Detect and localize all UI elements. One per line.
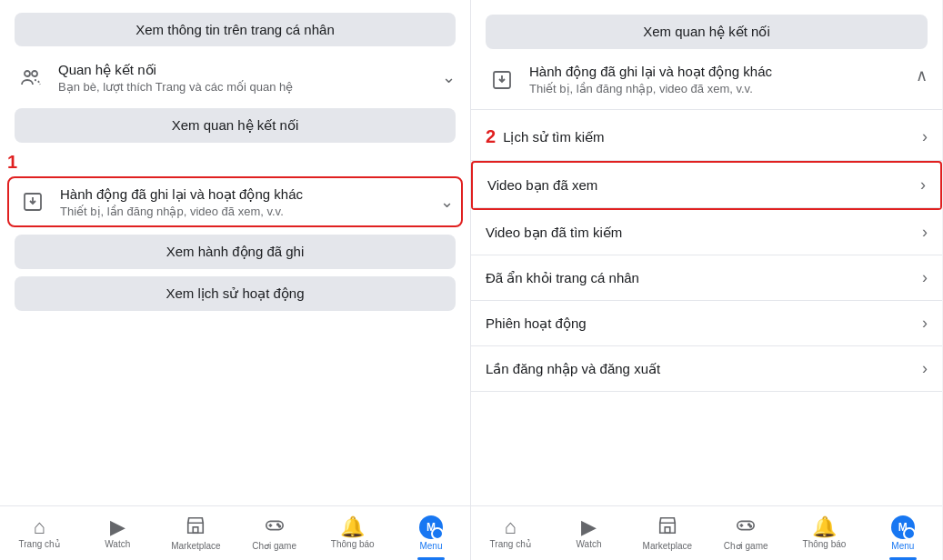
hanh-dong-icon [16, 185, 49, 218]
lich-su-tim-kiem-row[interactable]: 2 Lịch sử tìm kiếm › [471, 114, 942, 161]
right-nav-menu-label: Menu [891, 541, 914, 551]
left-nav-watch-label: Watch [105, 539, 130, 549]
quan-he-ket-noi-item[interactable]: Quan hệ kết nối Bạn bè, lượt thích Trang… [0, 52, 470, 103]
left-nav-marketplace[interactable]: Marketplace [156, 506, 235, 560]
left-nav-choi-game-label: Chơi game [252, 541, 296, 551]
svg-rect-12 [665, 527, 670, 533]
right-nav-trang-chu[interactable]: ⌂ Trang chủ [471, 506, 549, 560]
left-nav-watch[interactable]: ▶ Watch [78, 506, 156, 560]
right-nav-watch[interactable]: ▶ Watch [549, 506, 627, 560]
home-icon: ⌂ [33, 517, 45, 537]
lan-dang-nhap-row[interactable]: Lần đăng nhập và đăng xuất › [471, 346, 942, 392]
hanh-dong-subtitle: Thiết bị, lần đăng nhập, video đã xem, v… [60, 205, 433, 218]
hanh-dong-content: Hành động đã ghi lại và hoạt động khác T… [60, 186, 433, 218]
right-menu-avatar-icon: M [891, 515, 915, 539]
quan-he-content: Quan hệ kết nối Bạn bè, lượt thích Trang… [58, 62, 435, 94]
left-nav-menu-label: Menu [419, 541, 442, 551]
right-bottom-nav: ⌂ Trang chủ ▶ Watch Marketplace [471, 505, 942, 560]
left-bottom-nav: ⌂ Trang chủ ▶ Watch Marketplace [0, 505, 470, 560]
quan-he-icon [15, 61, 47, 94]
right-section-header[interactable]: Hành động đã ghi lại và hoạt động khác T… [471, 55, 942, 105]
quan-he-title: Quan hệ kết nối [58, 62, 435, 78]
video-da-tim-label: Video bạn đã tìm kiếm [486, 225, 922, 241]
quan-he-arrow: ⌄ [442, 67, 456, 87]
hanh-dong-arrow: ⌄ [440, 192, 454, 212]
red-label-2: 2 [486, 126, 496, 147]
bell-icon: 🔔 [340, 517, 365, 537]
an-khoi-trang-row[interactable]: Đã ẩn khỏi trang cá nhân › [471, 255, 942, 301]
video-da-tim-row[interactable]: Video bạn đã tìm kiếm › [471, 210, 942, 255]
svg-point-0 [25, 71, 30, 76]
left-nav-thong-bao-label: Thông báo [331, 539, 375, 549]
right-panel: Xem quan hệ kết nối Hành động đã ghi lại… [471, 0, 942, 560]
an-khoi-trang-label: Đã ẩn khỏi trang cá nhân [486, 270, 922, 286]
video-da-xem-row[interactable]: Video bạn đã xem › [473, 163, 940, 208]
left-scroll-content: Xem thông tin trên trang cá nhân Quan hệ… [0, 0, 470, 505]
right-scroll-content: Xem quan hệ kết nối Hành động đã ghi lại… [471, 0, 942, 505]
svg-point-17 [750, 525, 752, 527]
video-da-xem-arrow: › [920, 175, 926, 195]
left-nav-menu[interactable]: M Menu [392, 506, 470, 560]
right-watch-icon: ▶ [581, 517, 597, 537]
right-divider-1 [471, 109, 942, 110]
video-da-tim-arrow: › [922, 223, 928, 242]
left-panel: Xem thông tin trên trang cá nhân Quan hệ… [0, 0, 471, 560]
right-nav-menu[interactable]: M Menu [864, 506, 942, 560]
right-home-icon: ⌂ [505, 517, 517, 537]
right-hanh-dong-icon [486, 64, 518, 96]
xem-quan-he-button[interactable]: Xem quan hệ kết nối [15, 108, 456, 143]
left-nav-trang-chu-label: Trang chủ [19, 539, 60, 549]
right-section-title: Hành động đã ghi lại và hoạt động khác [529, 64, 908, 80]
video-da-xem-label: Video bạn đã xem [487, 177, 920, 194]
video-da-xem-highlighted: Video bạn đã xem › [471, 161, 942, 210]
right-nav-marketplace-label: Marketplace [643, 541, 692, 551]
store-icon [186, 515, 206, 539]
right-bell-icon: 🔔 [812, 517, 837, 537]
right-nav-thong-bao-label: Thông báo [803, 539, 847, 549]
svg-point-1 [32, 71, 37, 76]
right-nav-choi-game-label: Chơi game [724, 541, 768, 551]
lan-dang-nhap-arrow: › [922, 359, 928, 378]
right-section-content: Hành động đã ghi lại và hoạt động khác T… [529, 64, 908, 95]
lich-su-tim-kiem-label: Lịch sử tìm kiếm [503, 129, 922, 145]
hanh-dong-highlighted-item[interactable]: Hành động đã ghi lại và hoạt động khác T… [7, 176, 463, 227]
right-game-icon [736, 515, 756, 539]
right-nav-marketplace[interactable]: Marketplace [628, 506, 707, 560]
right-nav-choi-game[interactable]: Chơi game [707, 506, 785, 560]
right-section-arrow: ∧ [916, 65, 928, 85]
left-nav-choi-game[interactable]: Chơi game [236, 506, 314, 560]
right-store-icon [657, 515, 677, 539]
watch-icon: ▶ [110, 517, 125, 537]
lan-dang-nhap-label: Lần đăng nhập và đăng xuất [486, 361, 922, 377]
quan-he-subtitle: Bạn bè, lượt thích Trang và các mối quan… [58, 80, 435, 94]
xem-lich-su-button[interactable]: Xem lịch sử hoạt động [15, 276, 456, 311]
red-label-1: 1 [7, 152, 17, 173]
lich-su-arrow: › [922, 127, 928, 146]
hanh-dong-title: Hành động đã ghi lại và hoạt động khác [60, 186, 433, 203]
phien-hoat-dong-arrow: › [922, 314, 928, 333]
svg-rect-4 [194, 527, 199, 533]
right-nav-thong-bao[interactable]: 🔔 Thông báo [785, 506, 863, 560]
phien-hoat-dong-label: Phiên hoạt động [486, 315, 922, 332]
menu-avatar-icon: M [419, 515, 443, 539]
phien-hoat-dong-row[interactable]: Phiên hoạt động › [471, 301, 942, 346]
game-icon [265, 515, 285, 539]
xem-hanh-dong-button[interactable]: Xem hành động đã ghi [15, 235, 456, 269]
left-nav-marketplace-label: Marketplace [171, 541, 220, 551]
xem-thong-tin-button[interactable]: Xem thông tin trên trang cá nhân [15, 13, 456, 46]
left-nav-trang-chu[interactable]: ⌂ Trang chủ [0, 506, 78, 560]
right-nav-watch-label: Watch [577, 539, 602, 549]
right-nav-trang-chu-label: Trang chủ [490, 539, 531, 549]
svg-point-9 [278, 525, 280, 527]
right-xem-quan-he-button[interactable]: Xem quan hệ kết nối [486, 15, 928, 49]
right-section-subtitle: Thiết bị, lần đăng nhập, video đã xem, v… [529, 82, 908, 95]
left-nav-thong-bao[interactable]: 🔔 Thông báo [314, 506, 392, 560]
an-khoi-trang-arrow: › [922, 268, 928, 287]
